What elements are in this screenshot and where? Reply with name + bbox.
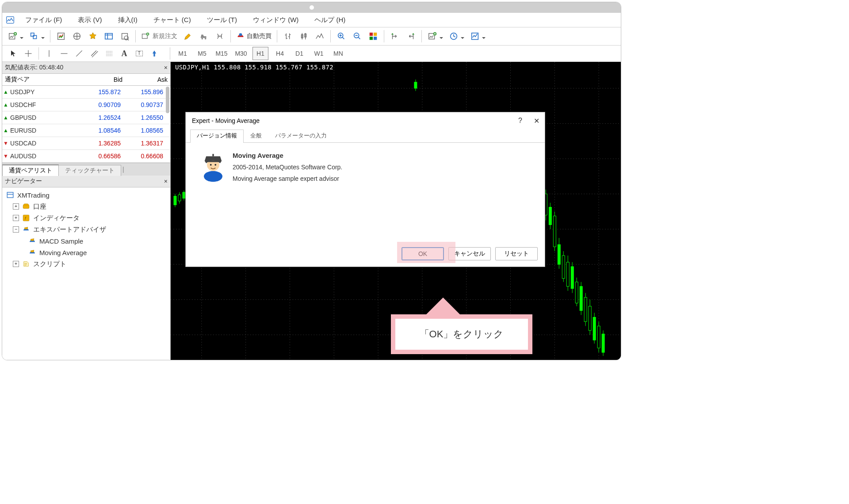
cursor-tool[interactable] [7,47,20,60]
svg-point-91 [204,171,222,182]
tf-h1[interactable]: H1 [252,47,268,60]
tf-m5[interactable]: M5 [194,47,210,60]
tf-m15[interactable]: M15 [214,47,229,60]
menu-insert[interactable]: 挿入(I) [115,15,141,25]
market-watch-toggle[interactable] [54,29,68,43]
expand-icon[interactable]: + [13,261,19,267]
new-order-button[interactable]: 新規注文 [138,30,180,43]
auto-trading-button[interactable]: 自動売買 [233,30,274,43]
navigator-close-icon[interactable]: × [164,178,168,185]
text-label-tool[interactable]: T [133,47,146,60]
signals-button[interactable] [213,29,227,43]
svg-rect-70 [558,244,560,264]
menu-help[interactable]: ヘルプ (H) [311,15,349,25]
window-titlebar[interactable] [2,2,621,13]
menu-chart[interactable]: チャート (C) [150,15,195,25]
line-chart-button[interactable] [313,29,327,43]
arrange-windows-button[interactable] [366,29,380,43]
tab-inputs[interactable]: パラメーターの入力 [268,130,333,143]
navigator-title: ナビゲーター [5,177,42,185]
periodicity-button[interactable] [447,29,466,43]
accounts-icon [22,202,31,211]
tf-d1[interactable]: D1 [291,47,307,60]
market-watch-row[interactable]: ▼USDCAD1.362851.36317 [2,137,170,150]
navigator-tree: XMTrading + 口座 + f インディケータ − [2,187,170,360]
trendline-tool[interactable] [73,47,86,60]
auto-scroll-button[interactable] [404,29,418,43]
navigator-header[interactable]: ナビゲーター × [2,176,170,187]
dialog-help-icon[interactable]: ? [518,117,522,125]
market-watch-row[interactable]: ▲GBPUSD1.265241.26550 [2,111,170,124]
col-symbol[interactable]: 通貨ペア [2,75,80,84]
instruction-callout: 「OK」をクリック [391,281,532,354]
zoom-in-button[interactable] [334,29,348,43]
bar-chart-button[interactable] [281,29,295,43]
crosshair-tool[interactable] [22,47,35,60]
reset-button[interactable]: リセット [495,247,538,260]
tree-accounts[interactable]: + 口座 [5,201,168,212]
bid-price: 1.26524 [81,114,123,121]
ask-price: 155.896 [123,88,170,95]
options-button[interactable] [197,29,211,43]
tf-m1[interactable]: M1 [175,47,191,60]
terminal-toggle[interactable] [102,29,116,43]
data-window-toggle[interactable] [70,29,84,43]
zoom-out-button[interactable] [350,29,364,43]
market-watch-row[interactable]: ▲USDCHF0.907090.90737 [2,99,170,111]
svg-point-95 [210,164,212,166]
tab-tick-chart[interactable]: ティックチャート [58,165,121,176]
col-bid[interactable]: Bid [80,75,125,84]
market-watch-row[interactable]: ▼AUDUSD0.665860.66608 [2,150,170,163]
col-ask[interactable]: Ask [125,75,170,84]
strategy-tester-toggle[interactable] [118,29,132,43]
tree-scripts[interactable]: + スクリプト [5,258,168,270]
menu-view[interactable]: 表示 (V) [74,15,105,25]
shift-chart-button[interactable] [388,29,402,43]
expand-icon[interactable]: + [13,203,19,210]
profiles-button[interactable] [27,29,46,43]
tree-indicators[interactable]: + f インディケータ [5,212,168,224]
tree-ea-macd[interactable]: MACD Sample [5,235,168,247]
tf-h4[interactable]: H4 [272,47,288,60]
tree-ea-moving-average[interactable]: Moving Average [5,247,168,258]
market-watch-scrollbar[interactable] [166,87,169,113]
market-watch-row[interactable]: ▲USDJPY155.872155.896 [2,86,170,99]
templates-button[interactable] [468,29,487,43]
menu-window[interactable]: ウィンドウ (W) [249,15,302,25]
market-watch-header[interactable]: 気配値表示: 05:48:40 × [2,62,170,74]
dialog-titlebar[interactable]: Expert - Moving Average ? ✕ [186,112,545,129]
tf-w1[interactable]: W1 [311,47,327,60]
left-docking-pane: 気配値表示: 05:48:40 × 通貨ペア Bid Ask ▲USDJPY15… [2,62,171,360]
tree-root[interactable]: XMTrading [5,189,168,201]
tab-symbol-list[interactable]: 通貨ペアリスト [2,164,59,176]
tree-experts[interactable]: − エキスパートアドバイザ [5,224,168,235]
market-watch-close-icon[interactable]: × [164,64,168,71]
new-chart-button[interactable] [6,29,25,43]
fibonacci-tool[interactable] [103,47,116,60]
metaeditor-button[interactable] [181,29,195,43]
market-watch-row[interactable]: ▲EURUSD1.085461.08565 [2,124,170,137]
arrows-tool[interactable] [148,47,166,60]
expand-icon[interactable]: + [13,215,19,221]
vertical-line-tool[interactable] [42,47,56,60]
navigator-toggle[interactable] [86,29,100,43]
cancel-button[interactable]: キャンセル [448,247,491,260]
tf-m30[interactable]: M30 [233,47,249,60]
text-tool[interactable]: A [118,47,131,60]
dialog-close-icon[interactable]: ✕ [534,117,539,125]
equidistant-channel-tool[interactable] [88,47,101,60]
candlestick-button[interactable] [297,29,311,43]
collapse-icon[interactable]: − [13,226,19,233]
symbol-name: GBPUSD [9,114,81,121]
horizontal-line-tool[interactable] [57,47,71,60]
svg-rect-80 [580,286,582,311]
market-watch-rows: ▲USDJPY155.872155.896▲USDCHF0.907090.907… [2,86,170,163]
menu-tools[interactable]: ツール (T) [203,15,241,25]
ok-button[interactable]: OK [402,247,444,260]
indicators-button[interactable] [425,29,445,43]
tab-version[interactable]: バージョン情報 [190,130,244,143]
tf-mn[interactable]: MN [330,47,346,60]
tab-common[interactable]: 全般 [244,130,268,143]
menu-file[interactable]: ファイル (F) [22,15,65,25]
script-icon [22,260,31,268]
